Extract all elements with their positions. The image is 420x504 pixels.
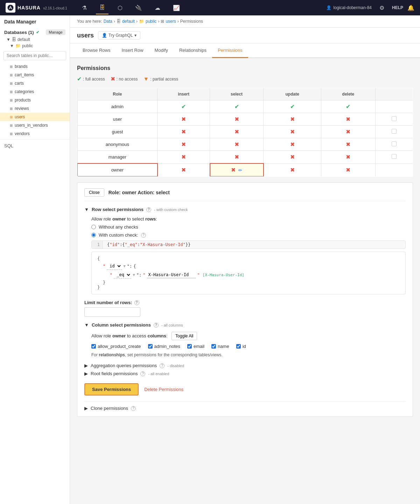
row-select-toggle[interactable]: ▼ Row select permissions ? - with custom… [84, 207, 406, 212]
root-fields-toggle[interactable]: ▶ Root fields permissions ? - all enable… [84, 371, 406, 376]
admin-delete[interactable]: ✔ [321, 100, 375, 113]
tab-browse-rows[interactable]: Browse Rows [77, 43, 116, 58]
nav-chart-icon[interactable]: 📈 [169, 3, 183, 13]
owner-update[interactable]: ✖ [264, 163, 321, 176]
mgr-checkbox[interactable] [392, 154, 397, 159]
col-select-title: Column select permissions [92, 322, 151, 328]
edit-icon[interactable]: ✏ [238, 168, 242, 173]
json-row-id: " id ▼ ": { [103, 262, 400, 270]
column-select-section: ▼ Column select permissions ? - all colu… [84, 322, 406, 357]
admin-update[interactable]: ✔ [264, 100, 321, 113]
limit-rows-input[interactable] [84, 307, 140, 317]
user-update[interactable]: ✖ [264, 113, 321, 126]
with-custom-radio[interactable] [91, 233, 96, 237]
tab-modify[interactable]: Modify [149, 43, 174, 58]
owner-delete[interactable]: ✖ [321, 163, 375, 176]
user-select[interactable]: ✖ [210, 113, 264, 126]
col-id-checkbox[interactable] [236, 344, 241, 349]
try-graphql-button[interactable]: 👤 Try GraphQL ▾ [98, 31, 140, 40]
cross-icon: ✖ [290, 154, 295, 160]
limit-help-icon[interactable]: ? [134, 300, 139, 305]
sidebar-item-carts[interactable]: ⊞carts [0, 79, 70, 88]
manage-button[interactable]: Manage [46, 29, 65, 35]
anon-checkbox[interactable] [392, 141, 397, 146]
anon-select[interactable]: ✖ [210, 138, 264, 151]
guest-select[interactable]: ✖ [210, 126, 264, 138]
databases-label: Databases (1) [4, 30, 34, 35]
owner-select[interactable]: ✖ ✏ [210, 163, 264, 176]
code-editor: 1 {"id":{"_eq":"X-Hasura-User-Id"}} [91, 240, 406, 249]
breadcrumb-public-link[interactable]: public [146, 19, 156, 24]
nav-bell-icon[interactable]: 🔔 [407, 5, 414, 11]
col-allow-product-create-checkbox[interactable] [91, 344, 96, 349]
close-button[interactable]: Close [84, 188, 104, 197]
sidebar-public-schema[interactable]: ▼ 📁 public [0, 43, 70, 49]
sidebar-item-categories[interactable]: ⊞categories [0, 88, 70, 96]
nav-settings-icon[interactable]: ⚙ [376, 3, 388, 13]
guest-checkbox[interactable] [392, 129, 397, 134]
col-allow-product-create: allow_product_create [91, 344, 141, 349]
breadcrumb-default-link[interactable]: default [122, 19, 135, 24]
nav-database-icon[interactable]: 🗄 [96, 3, 108, 12]
guest-delete[interactable]: ✖ [321, 126, 375, 138]
nav-flask-icon[interactable]: ⚗ [78, 3, 90, 13]
breadcrumb-users-link[interactable]: users [166, 19, 176, 24]
sidebar-sql[interactable]: SQL [0, 139, 70, 152]
owner-insert[interactable]: ✖ [158, 163, 210, 176]
nav-graphql-icon[interactable]: ⬡ [114, 3, 126, 13]
search-input[interactable] [4, 51, 66, 60]
col-name-checkbox[interactable] [211, 344, 216, 349]
tab-relationships[interactable]: Relationships [174, 43, 212, 58]
tab-insert-row[interactable]: Insert Row [116, 43, 149, 58]
mgr-update[interactable]: ✖ [264, 151, 321, 164]
nav-help[interactable]: HELP [392, 5, 403, 10]
json-key-select[interactable]: id [107, 262, 122, 270]
anon-insert[interactable]: ✖ [158, 138, 210, 151]
user-delete[interactable]: ✖ [321, 113, 375, 126]
breadcrumb-data-link[interactable]: Data [104, 19, 112, 24]
legend-no-access: ✖ : no access [111, 76, 138, 82]
admin-select[interactable]: ✔ [210, 100, 264, 113]
custom-check-help-icon[interactable]: ? [141, 233, 146, 238]
clone-help-icon[interactable]: ? [131, 406, 136, 411]
aggregation-title: Aggregation queries permissions [91, 363, 157, 368]
json-op-select[interactable]: _eq [114, 271, 131, 279]
sidebar-item-reviews[interactable]: ⊞reviews [0, 104, 70, 113]
sidebar-item-vendors[interactable]: ⊞vendors [0, 130, 70, 138]
sidebar-default-db[interactable]: ▼ 🗄 default [0, 36, 70, 43]
save-permissions-button[interactable]: Save Permissions [84, 383, 139, 396]
col-select-help-icon[interactable]: ? [154, 323, 159, 328]
permissions-body: Permissions ✔ : full access ✖ : no acces… [70, 58, 420, 424]
anon-delete[interactable]: ✖ [321, 138, 375, 151]
sidebar-item-products[interactable]: ⊞products [0, 96, 70, 104]
root-fields-help-icon[interactable]: ? [140, 371, 145, 376]
guest-update[interactable]: ✖ [264, 126, 321, 138]
mgr-insert[interactable]: ✖ [158, 151, 210, 164]
clone-toggle[interactable]: ▶ Clone permissions ? [84, 406, 406, 411]
sidebar-item-users-in-vendors[interactable]: ⊞users_in_vendors [0, 121, 70, 130]
mgr-select[interactable]: ✖ [210, 151, 264, 164]
sidebar-item-cart-items[interactable]: ⊞cart_items [0, 71, 70, 79]
aggregation-help-icon[interactable]: ? [160, 363, 164, 368]
delete-permissions-button[interactable]: Delete Permissions [144, 387, 183, 392]
nav-plugin-icon[interactable]: 🔌 [132, 3, 146, 13]
json-value-input[interactable] [147, 272, 196, 278]
col-email-checkbox[interactable] [187, 344, 192, 349]
sidebar-item-users[interactable]: ⊞users [0, 113, 70, 121]
user-checkbox[interactable] [392, 116, 397, 121]
aggregation-toggle[interactable]: ▶ Aggregation queries permissions ? - di… [84, 363, 406, 368]
nav-cloud-icon[interactable]: ☁ [151, 3, 164, 13]
admin-insert[interactable]: ✔ [158, 100, 210, 113]
toggle-all-button[interactable]: Toggle All [172, 332, 197, 340]
row-select-help-icon[interactable]: ? [146, 207, 151, 212]
user-insert[interactable]: ✖ [158, 113, 210, 126]
anon-update[interactable]: ✖ [264, 138, 321, 151]
tab-permissions[interactable]: Permissions [212, 43, 248, 58]
without-checks-radio[interactable] [91, 225, 96, 229]
sidebar-item-brands[interactable]: ⊞brands [0, 62, 70, 71]
colon-sep2: ": [136, 273, 141, 278]
guest-insert[interactable]: ✖ [158, 126, 210, 138]
col-admin-notes-checkbox[interactable] [148, 344, 153, 349]
col-select-toggle[interactable]: ▼ Column select permissions ? - all colu… [84, 322, 406, 328]
mgr-delete[interactable]: ✖ [321, 151, 375, 164]
